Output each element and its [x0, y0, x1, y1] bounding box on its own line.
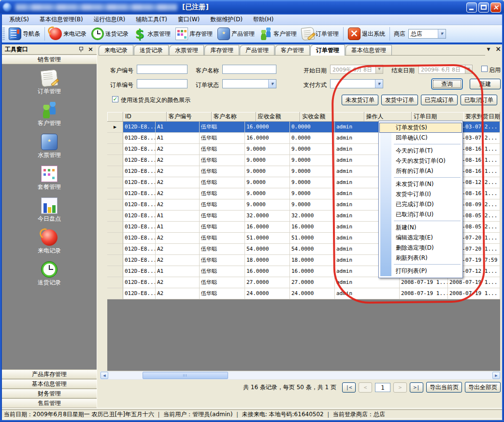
- status-filter-shipping-button[interactable]: 发货中订单: [381, 95, 418, 105]
- sidebar-item[interactable]: 客户管理: [38, 102, 61, 127]
- context-menu-item[interactable]: 今天的发货订单(O): [379, 156, 462, 166]
- column-header[interactable]: 应收金额: [256, 112, 301, 122]
- last-page-button[interactable]: >|: [410, 382, 423, 393]
- row-selector-cell[interactable]: [107, 133, 123, 144]
- table-row[interactable]: 012D-E8... A2 伍华聪 24.0000 24.0000 admin …: [107, 288, 500, 299]
- column-header[interactable]: 操作人: [364, 112, 412, 122]
- row-selector-cell[interactable]: [107, 288, 123, 299]
- context-menu-item[interactable]: 订单发货(S): [379, 123, 462, 133]
- tab-close-icon[interactable]: [495, 46, 502, 53]
- pay-method-select[interactable]: [330, 79, 383, 88]
- chevron-down-icon[interactable]: [375, 65, 383, 73]
- sidebar-close-icon[interactable]: [87, 46, 94, 53]
- context-menu-item[interactable]: 刷新列表(R): [379, 253, 462, 263]
- order-no-input[interactable]: [137, 79, 187, 88]
- context-menu-item[interactable]: 今天的订单(T): [379, 146, 462, 156]
- menu-item[interactable]: 窗口(W): [173, 14, 205, 25]
- toolbar-grip-icon[interactable]: [2, 28, 5, 40]
- row-selector-cell[interactable]: [107, 188, 123, 199]
- tab-list-dropdown-icon[interactable]: [485, 46, 492, 53]
- context-menu-item[interactable]: 未发货订单(N): [379, 179, 462, 189]
- row-selector-cell[interactable]: [107, 199, 123, 211]
- toolbar-inventory-button[interactable]: 库存管理: [173, 27, 215, 41]
- column-header[interactable]: 客户名称: [212, 112, 256, 122]
- enable-checkbox[interactable]: [481, 66, 488, 72]
- sidebar-item[interactable]: 订单管理: [38, 70, 61, 96]
- row-selector-cell[interactable]: [107, 166, 123, 177]
- toolbar-incoming-call-button[interactable]: 来电记录: [47, 27, 89, 41]
- row-selector-cell[interactable]: [107, 155, 123, 166]
- customer-name-input[interactable]: [222, 65, 276, 74]
- menu-item[interactable]: 运行信息(R): [88, 14, 131, 25]
- query-button[interactable]: 查询: [432, 79, 462, 89]
- row-selector-cell[interactable]: [107, 266, 123, 277]
- context-menu-item[interactable]: 发货中订单(I): [379, 189, 462, 199]
- context-menu-item[interactable]: 所有的订单(A): [379, 166, 462, 176]
- sidebar-item[interactable]: 送货记录: [38, 261, 61, 287]
- customer-no-input[interactable]: [137, 65, 187, 74]
- chevron-down-icon[interactable]: [268, 80, 276, 88]
- table-row[interactable]: 012D-E8... A2 伍华聪 27.0000 27.0000 admin …: [107, 277, 500, 288]
- row-selector-cell[interactable]: [107, 177, 123, 188]
- row-selector-cell[interactable]: [107, 277, 123, 288]
- column-header[interactable]: ID: [123, 112, 167, 122]
- sidebar-section[interactable]: 财务管理: [2, 389, 97, 398]
- tab[interactable]: 客户管理: [275, 45, 310, 55]
- menu-item[interactable]: 帮助(H): [248, 14, 279, 25]
- sidebar-item[interactable]: 今日盘点: [38, 197, 61, 223]
- column-header[interactable]: 订单日期: [412, 112, 463, 122]
- context-menu-item[interactable]: 删除选定项(D): [379, 243, 462, 253]
- toolbar-customer-button[interactable]: 客户管理: [257, 27, 299, 41]
- scrollbar-thumb[interactable]: [143, 372, 228, 379]
- horizontal-scrollbar[interactable]: [100, 371, 501, 380]
- menu-item[interactable]: 系统(S): [4, 14, 34, 25]
- first-page-button[interactable]: |<: [342, 382, 356, 393]
- context-menu-item[interactable]: 新建(N): [379, 223, 462, 233]
- start-date-picker[interactable]: 2009年 6月 8日: [330, 65, 383, 74]
- close-button[interactable]: ×: [490, 2, 501, 13]
- chevron-down-icon[interactable]: [465, 65, 472, 73]
- end-date-picker[interactable]: 2009年 6月 8日: [418, 65, 473, 74]
- tab[interactable]: 来电记录: [99, 45, 133, 55]
- column-header[interactable]: 要求到货日期: [463, 112, 500, 122]
- scroll-right-icon[interactable]: [492, 372, 500, 379]
- row-selector-cell[interactable]: [107, 222, 123, 233]
- row-selector-cell[interactable]: [107, 122, 123, 133]
- status-filter-unshipped-button[interactable]: 未发货订单: [342, 95, 378, 105]
- menu-item[interactable]: 辅助工具(T): [130, 14, 173, 25]
- sidebar-item[interactable]: 套餐管理: [38, 166, 61, 191]
- sidebar-item[interactable]: 来电记录: [38, 229, 61, 255]
- prev-page-button[interactable]: <: [359, 382, 372, 393]
- export-current-page-button[interactable]: 导出当前页: [426, 382, 462, 393]
- export-all-pages-button[interactable]: 导出全部页: [465, 382, 501, 393]
- chevron-down-icon[interactable]: [375, 80, 383, 88]
- toolbar-exit-button[interactable]: 退出系统: [346, 27, 388, 41]
- menu-item[interactable]: 基本信息管理(B): [34, 14, 88, 25]
- sidebar-section[interactable]: 售后管理: [2, 398, 97, 408]
- row-selector-cell[interactable]: [107, 244, 123, 255]
- context-menu-item[interactable]: 已完成订单(D): [379, 199, 462, 210]
- tab[interactable]: 水票管理: [169, 45, 204, 55]
- row-selector-cell[interactable]: [107, 144, 123, 155]
- color-display-checkbox[interactable]: [112, 96, 118, 102]
- pin-icon[interactable]: [78, 46, 84, 53]
- tab[interactable]: 库存管理: [204, 45, 239, 55]
- row-selector-cell[interactable]: [107, 233, 123, 244]
- context-menu-item[interactable]: 打印列表(P): [379, 266, 462, 276]
- tab[interactable]: 送货记录: [134, 45, 169, 55]
- menu-item[interactable]: 数据维护(D): [205, 14, 248, 25]
- toolbar-water-ticket-button[interactable]: 水票管理: [131, 27, 173, 41]
- order-status-select[interactable]: [222, 79, 276, 88]
- context-menu-item[interactable]: 已取消订单(U): [379, 210, 462, 220]
- status-filter-cancelled-button[interactable]: 已取消订单: [461, 95, 497, 105]
- row-selector-cell[interactable]: [107, 255, 123, 266]
- toolbar-delivery-button[interactable]: 送货记录: [89, 27, 131, 41]
- maximize-button[interactable]: [478, 2, 489, 13]
- sidebar-section-sales[interactable]: 销售管理: [2, 55, 97, 64]
- scrollbar-track[interactable]: [108, 372, 492, 379]
- tab[interactable]: 基本信息管理: [346, 45, 392, 55]
- new-button[interactable]: 新建: [470, 79, 501, 89]
- column-header[interactable]: 客户编号: [167, 112, 212, 122]
- page-number-input[interactable]: 1: [375, 383, 390, 392]
- toolbar-order-button[interactable]: 订单管理: [299, 27, 341, 41]
